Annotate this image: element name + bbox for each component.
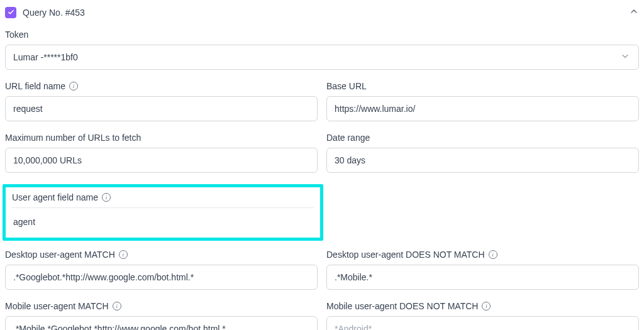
chevron-up-icon[interactable]: [629, 6, 639, 18]
date-range-label: Date range: [326, 133, 370, 143]
query-header[interactable]: Query No. #453: [5, 6, 639, 18]
url-field-section: URL field name i: [5, 81, 318, 121]
base-url-section: Base URL: [326, 81, 639, 121]
user-agent-field-label: User agent field name: [12, 192, 98, 202]
date-range-section: Date range: [326, 133, 639, 173]
max-urls-input[interactable]: [5, 148, 318, 173]
mobile-match-section: Mobile user-agent MATCH i: [5, 301, 318, 330]
mobile-match-input[interactable]: [5, 316, 318, 330]
checkmark-icon: [5, 7, 16, 18]
info-icon[interactable]: i: [102, 193, 111, 202]
url-field-label: URL field name: [5, 81, 65, 91]
mobile-not-match-label: Mobile user-agent DOES NOT MATCH: [326, 301, 478, 311]
desktop-match-section: Desktop user-agent MATCH i: [5, 250, 318, 290]
query-title: Query No. #453: [23, 8, 85, 18]
max-urls-section: Maximum number of URLs to fetch: [5, 133, 318, 173]
desktop-match-label: Desktop user-agent MATCH: [5, 250, 115, 260]
max-urls-label: Maximum number of URLs to fetch: [5, 133, 141, 143]
base-url-label: Base URL: [326, 81, 367, 91]
desktop-match-input[interactable]: [5, 265, 318, 290]
mobile-not-match-section: Mobile user-agent DOES NOT MATCH i: [326, 301, 639, 330]
info-icon[interactable]: i: [113, 302, 121, 311]
token-select[interactable]: [5, 45, 639, 70]
date-range-input[interactable]: [326, 148, 639, 173]
base-url-input[interactable]: [326, 96, 639, 121]
info-icon[interactable]: i: [489, 250, 497, 259]
desktop-not-match-section: Desktop user-agent DOES NOT MATCH i: [326, 250, 639, 290]
mobile-not-match-input[interactable]: [326, 316, 639, 330]
info-icon[interactable]: i: [482, 302, 491, 311]
desktop-not-match-label: Desktop user-agent DOES NOT MATCH: [326, 250, 485, 260]
mobile-match-label: Mobile user-agent MATCH: [5, 301, 109, 311]
url-field-input[interactable]: [5, 96, 318, 121]
token-label: Token: [5, 30, 28, 40]
user-agent-field-input[interactable]: [12, 207, 314, 231]
info-icon[interactable]: i: [119, 250, 128, 259]
query-header-left: Query No. #453: [5, 7, 85, 18]
info-icon[interactable]: i: [69, 82, 78, 91]
desktop-not-match-input[interactable]: [326, 265, 639, 290]
user-agent-highlight: User agent field name i: [3, 184, 323, 241]
token-section: Token: [5, 30, 639, 70]
